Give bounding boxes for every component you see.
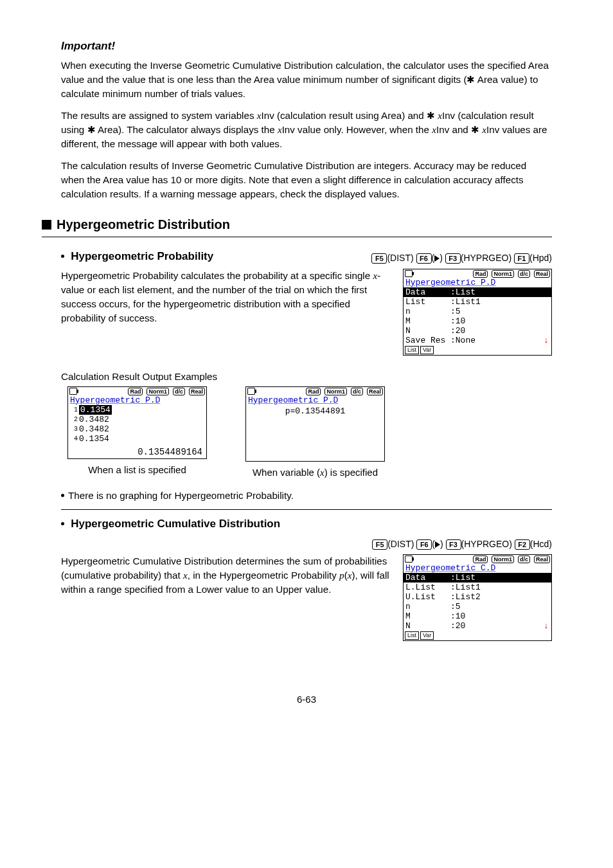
bullet-dot-icon	[61, 494, 64, 497]
triangle-right-icon	[435, 541, 440, 548]
output-examples-heading: Calculation Result Output Examples	[61, 370, 552, 384]
scroll-down-arrow-icon: ↓	[544, 621, 549, 631]
subsection-heading-hpd: Hypergeometric Probability	[71, 250, 213, 262]
section-rule	[42, 237, 552, 237]
calc-screen-hcd-setup: Rad Norm1 d/c Real Hypergeometric C.D Da…	[403, 554, 552, 641]
paragraph-1: When executing the Inverse Geometric Cum…	[61, 59, 552, 101]
key-sequence-hcd: F5(DIST) F6() F3(HYPRGEO) F2(Hcd)	[61, 538, 552, 550]
hpd-description: Hypergeometric Probability calculates th…	[61, 269, 395, 325]
important-heading: Important!	[61, 39, 552, 55]
hcd-description: Hypergeometric Cumulative Distribution d…	[61, 554, 395, 597]
key-f3: F3	[445, 253, 461, 264]
bullet-dot-icon	[61, 522, 64, 525]
key-sequence-hpd: F5(DIST) F6() F3(HYPRGEO) F1(Hpd)	[371, 251, 552, 264]
key-f3: F3	[446, 539, 461, 550]
calc-screen-hpd-var-result: Rad Norm1 d/c Real Hypergeometric P.D p=…	[245, 386, 385, 462]
key-f6: F6	[416, 539, 432, 550]
key-f1: F1	[514, 253, 529, 264]
battery-icon	[247, 388, 255, 395]
battery-icon	[69, 388, 77, 395]
section-bullet-square	[42, 220, 51, 230]
page-number: 6-63	[61, 692, 552, 707]
section-heading: Hypergeometric Distribution	[57, 215, 230, 234]
key-f2: F2	[515, 539, 530, 550]
key-f5: F5	[372, 539, 387, 550]
paragraph-3: The calculation results of Inverse Geome…	[61, 159, 552, 201]
caption-var: When variable (x) is specified	[253, 466, 378, 480]
triangle-right-icon	[434, 255, 440, 262]
battery-icon	[405, 270, 413, 277]
bullet-dot-icon	[61, 255, 64, 258]
battery-icon	[405, 556, 413, 563]
note-no-graphing: There is no graphing for Hypergeometric …	[61, 489, 552, 503]
key-f5: F5	[371, 253, 387, 264]
subsection-heading-hcd: Hypergeometric Cumulative Distribution	[71, 518, 280, 530]
calc-screen-hpd-list-result: Rad Norm1 d/c Real Hypergeometric P.D 10…	[67, 386, 207, 459]
subsection-rule	[61, 509, 552, 510]
calc-screen-hpd-setup: Rad Norm1 d/c Real Hypergeometric P.D Da…	[403, 269, 552, 356]
caption-list: When a list is specified	[88, 463, 186, 477]
key-f6: F6	[416, 253, 432, 264]
scroll-down-arrow-icon: ↓	[544, 336, 549, 345]
paragraph-2: The results are assigned to system varia…	[61, 109, 552, 151]
